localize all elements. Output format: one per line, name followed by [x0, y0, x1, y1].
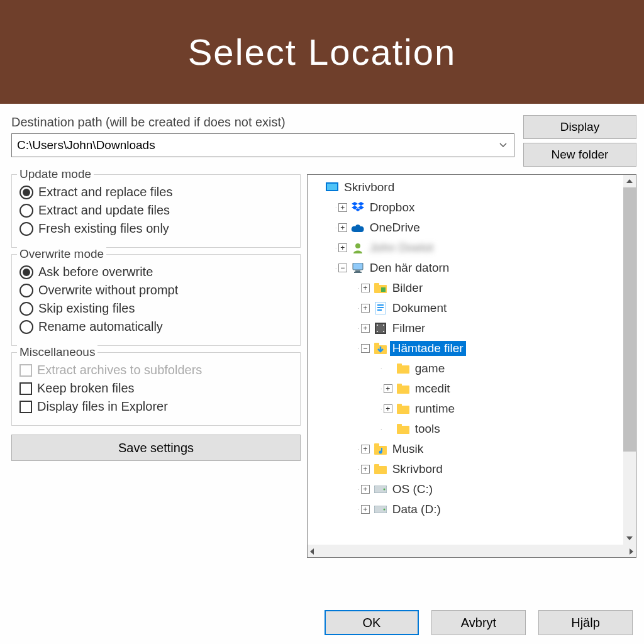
tree-item-label[interactable]: Filmer: [390, 321, 428, 336]
overwrite-mode-option[interactable]: Skip existing files: [19, 301, 292, 316]
radio-icon[interactable]: [19, 302, 33, 316]
collapse-icon[interactable]: −: [338, 264, 347, 272]
radio-label: Extract and update files: [38, 203, 170, 218]
documents-icon: [374, 301, 387, 315]
radio-icon[interactable]: [19, 284, 33, 297]
display-button[interactable]: Display: [523, 115, 636, 139]
misc-option[interactable]: Keep broken files: [19, 381, 292, 396]
tree-item-label[interactable]: John Doelot: [367, 240, 436, 255]
expand-icon[interactable]: +: [361, 445, 370, 453]
tree-item[interactable]: ···+John Doelot: [308, 238, 636, 258]
expand-icon[interactable]: +: [361, 304, 370, 313]
destination-path-combo[interactable]: [11, 133, 514, 157]
drive-icon: [374, 482, 387, 496]
tree-item-label[interactable]: OneDrive: [367, 220, 423, 235]
svg-rect-20: [374, 343, 379, 346]
folder-tree[interactable]: Skrivbord···+Dropbox···+OneDrive···+John…: [307, 174, 636, 558]
cancel-button[interactable]: Avbryt: [431, 610, 526, 635]
expand-icon[interactable]: +: [338, 203, 347, 212]
radio-icon[interactable]: [19, 186, 33, 199]
tree-item[interactable]: ···+Bilder: [308, 278, 636, 298]
expand-icon[interactable]: +: [361, 284, 370, 292]
tree-item-label[interactable]: Musik: [390, 441, 426, 457]
checkbox-label: Keep broken files: [37, 381, 135, 396]
tree-item-label[interactable]: Dropbox: [367, 200, 418, 215]
tree-item-label[interactable]: OS (C:): [390, 482, 435, 497]
update-mode-option[interactable]: Fresh existing files only: [19, 221, 292, 236]
tree-item-label[interactable]: mcedit: [413, 381, 453, 396]
tree-item[interactable]: ···+Filmer: [308, 318, 636, 338]
tree-item[interactable]: ···+mcedit: [308, 379, 636, 399]
svg-rect-28: [397, 424, 402, 427]
tree-item[interactable]: ···+Musik: [308, 439, 636, 459]
tree-item[interactable]: ···+Dokument: [308, 298, 636, 318]
radio-icon[interactable]: [19, 320, 33, 334]
expand-icon[interactable]: +: [361, 465, 370, 474]
tree-item-label[interactable]: game: [413, 361, 448, 376]
svg-rect-30: [374, 443, 379, 447]
tree-item-label[interactable]: Den här datorn: [367, 260, 452, 275]
overwrite-mode-option[interactable]: Overwrite without prompt: [19, 283, 292, 297]
overwrite-mode-option[interactable]: Rename automatically: [19, 319, 292, 334]
checkbox-label: Display files in Explorer: [37, 399, 168, 414]
scrollbar-thumb[interactable]: [623, 187, 636, 452]
tree-item-label[interactable]: Hämtade filer: [390, 341, 466, 356]
tree-item[interactable]: ···+Skrivbord: [308, 459, 636, 479]
new-folder-button[interactable]: New folder: [523, 143, 636, 167]
chevron-down-icon[interactable]: [497, 140, 509, 151]
tree-item[interactable]: ···−Hämtade filer: [308, 338, 636, 358]
scroll-left-icon[interactable]: [310, 545, 314, 558]
tree-item[interactable]: ···+OneDrive: [308, 218, 636, 238]
svg-point-37: [383, 509, 385, 511]
svg-rect-24: [397, 384, 402, 387]
horizontal-scrollbar[interactable]: [308, 545, 636, 557]
overwrite-mode-option[interactable]: Ask before overwrite: [19, 265, 292, 279]
collapse-icon[interactable]: −: [361, 344, 370, 353]
checkbox-icon: [19, 364, 32, 377]
destination-path-input[interactable]: [17, 138, 497, 152]
vertical-scrollbar[interactable]: [623, 175, 636, 545]
expand-icon[interactable]: +: [338, 243, 347, 252]
update-mode-option[interactable]: Extract and update files: [19, 203, 292, 218]
help-button[interactable]: Hjälp: [538, 610, 633, 635]
scroll-up-icon[interactable]: [623, 175, 636, 187]
tree-item-label[interactable]: Skrivbord: [341, 180, 397, 195]
tree-item-label[interactable]: tools: [413, 421, 443, 436]
save-settings-button[interactable]: Save settings: [11, 435, 301, 461]
expand-icon[interactable]: +: [361, 324, 370, 333]
tree-item[interactable]: ···+Dropbox: [308, 197, 636, 218]
tree-item-label[interactable]: Data (D:): [390, 502, 443, 517]
svg-rect-5: [354, 272, 362, 273]
ok-button[interactable]: OK: [325, 610, 419, 635]
tree-item[interactable]: ···tools: [308, 419, 636, 439]
tree-item-label[interactable]: Skrivbord: [390, 462, 445, 477]
svg-rect-33: [374, 464, 379, 467]
tree-item[interactable]: ···game: [308, 358, 636, 379]
tree-item[interactable]: Skrivbord: [308, 177, 636, 197]
tree-item[interactable]: ···−Den här datorn: [308, 258, 636, 278]
radio-label: Extract and replace files: [38, 185, 172, 199]
folder-icon: [396, 382, 410, 396]
tree-item-label[interactable]: Bilder: [390, 280, 426, 296]
misc-option: Extract archives to subfolders: [19, 363, 292, 377]
tree-item[interactable]: ···+Data (D:): [308, 499, 636, 519]
radio-icon[interactable]: [19, 204, 33, 218]
checkbox-icon[interactable]: [19, 382, 32, 395]
expand-icon[interactable]: +: [384, 384, 392, 393]
misc-option[interactable]: Display files in Explorer: [19, 399, 292, 414]
radio-icon[interactable]: [19, 222, 33, 236]
tree-item-label[interactable]: Dokument: [390, 301, 450, 316]
expand-icon[interactable]: +: [338, 223, 347, 232]
tree-item-label[interactable]: runtime: [413, 401, 457, 416]
radio-icon[interactable]: [19, 265, 33, 279]
expand-icon[interactable]: +: [361, 505, 370, 514]
expand-icon[interactable]: +: [361, 485, 370, 494]
videos-icon: [374, 321, 387, 335]
expand-icon[interactable]: +: [384, 404, 392, 413]
tree-item[interactable]: ···+OS (C:): [308, 479, 636, 499]
scroll-down-icon[interactable]: [623, 532, 636, 545]
tree-item[interactable]: ···+runtime: [308, 399, 636, 419]
update-mode-option[interactable]: Extract and replace files: [19, 185, 292, 199]
scroll-right-icon[interactable]: [630, 545, 633, 558]
checkbox-icon[interactable]: [19, 401, 32, 413]
